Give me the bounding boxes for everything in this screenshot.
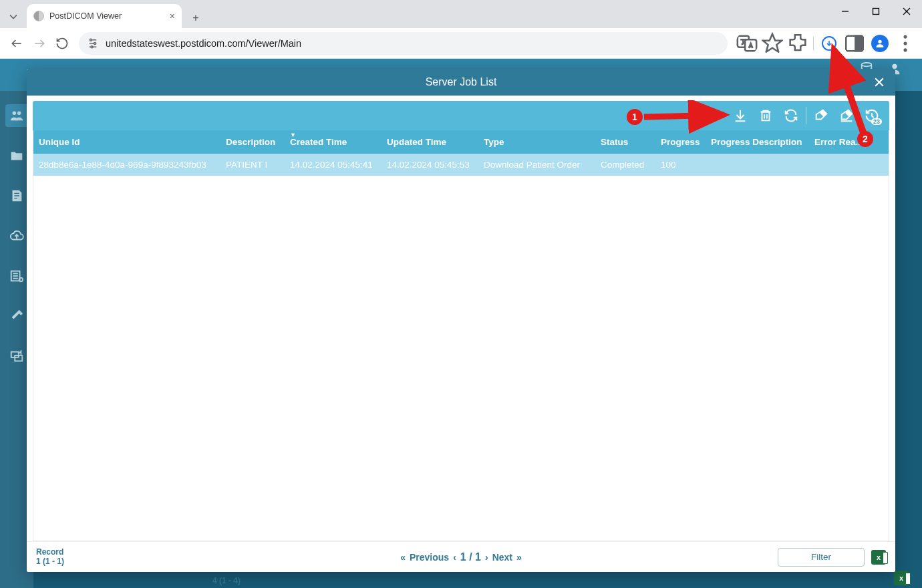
svg-rect-1 (873, 9, 879, 15)
pager-next-chevron[interactable]: › (485, 552, 488, 563)
sidebar-share-icon[interactable] (5, 305, 28, 327)
window-controls (830, 0, 922, 23)
svg-point-24 (13, 112, 16, 116)
tab-strip: PostDICOM Viewer × + (0, 0, 922, 28)
table-row[interactable]: 28db8e6a-1e88-4d0a-969a-9f893243fb03 PAT… (33, 154, 889, 176)
browser-chrome: PostDICOM Viewer × + unitedstateswest.po… (0, 0, 922, 59)
cell-updated: 14.02.2024 05:45:53 (381, 154, 478, 176)
cell-progressdesc (706, 154, 809, 176)
pager-prev-label[interactable]: Previous (410, 552, 449, 563)
history-badge-count: 23 (871, 118, 882, 125)
col-progressdesc[interactable]: Progress Description (706, 130, 809, 154)
record-info: Record 1 (1 - 1) (36, 548, 64, 567)
svg-point-20 (903, 41, 907, 45)
clear-button[interactable] (809, 104, 833, 128)
tab-close-icon[interactable]: × (170, 11, 175, 21)
url-text: unitedstateswest.postdicom.com/Viewer/Ma… (106, 38, 301, 49)
history-button[interactable]: 23 (860, 104, 884, 128)
omnibox[interactable]: unitedstateswest.postdicom.com/Viewer/Ma… (79, 32, 728, 55)
svg-marker-14 (763, 33, 782, 51)
svg-point-11 (91, 45, 93, 47)
col-progress[interactable]: Progress (655, 130, 706, 154)
tab-title: PostDICOM Viewer (49, 11, 122, 21)
window-maximize-button[interactable] (861, 0, 891, 23)
refresh-button[interactable] (779, 104, 803, 128)
behind-export-excel-icon[interactable]: x (894, 571, 909, 585)
downloads-icon[interactable] (818, 32, 840, 55)
delete-button[interactable] (754, 104, 778, 128)
toolbar-separator (813, 37, 814, 50)
address-bar: unitedstateswest.postdicom.com/Viewer/Ma… (0, 28, 922, 59)
svg-point-31 (19, 278, 23, 282)
svg-point-9 (90, 39, 92, 41)
export-excel-icon[interactable]: x (871, 550, 886, 565)
svg-rect-38 (762, 112, 770, 121)
modal-toolbar: 23 (33, 101, 889, 130)
nav-back-button[interactable] (5, 32, 28, 55)
kebab-menu-icon[interactable] (894, 32, 917, 55)
sidebar-joblist-icon[interactable] (5, 265, 28, 287)
col-error[interactable]: Error Rea... (809, 130, 889, 154)
filter-button[interactable]: Filter (778, 548, 865, 567)
nav-forward-button[interactable] (28, 32, 51, 55)
svg-point-23 (892, 64, 897, 69)
svg-point-21 (903, 48, 907, 51)
col-created[interactable]: ▼Created Time (285, 130, 381, 154)
cell-description: PATIENT I (220, 154, 285, 176)
site-settings-icon[interactable] (87, 37, 99, 49)
bookmark-star-icon[interactable] (761, 32, 784, 55)
svg-line-43 (872, 116, 874, 118)
col-uniqueid[interactable]: Unique Id (33, 130, 220, 154)
svg-point-25 (17, 112, 21, 116)
svg-point-18 (878, 39, 881, 43)
modal-footer: Record 1 (1 - 1) « Previous ‹ 1 / 1 › Ne… (27, 541, 895, 572)
cell-uniqueid: 28db8e6a-1e88-4d0a-969a-9f893243fb03 (33, 154, 220, 176)
svg-rect-17 (855, 35, 863, 51)
sidebar-upload-icon[interactable] (5, 225, 28, 247)
favicon (33, 11, 44, 21)
svg-point-22 (862, 63, 872, 67)
pager: « Previous ‹ 1 / 1 › Next » (400, 551, 522, 563)
col-status[interactable]: Status (595, 130, 655, 154)
clear-all-button[interactable] (834, 104, 859, 128)
window-close-button[interactable] (891, 0, 922, 23)
profile-avatar[interactable] (869, 32, 891, 55)
server-job-list-modal: Server Job List 23 (27, 69, 895, 572)
cell-type: Download Patient Order (478, 154, 595, 176)
pager-last[interactable]: » (516, 552, 522, 563)
col-description[interactable]: Description (220, 130, 285, 154)
job-table: Unique Id Description ▼Created Time Upda… (33, 130, 889, 541)
col-updated[interactable]: Updated Time (381, 130, 478, 154)
tab-search-button[interactable] (0, 5, 27, 28)
pager-prev-chevron[interactable]: ‹ (453, 552, 456, 563)
svg-point-10 (94, 42, 96, 44)
cell-error (809, 154, 889, 176)
browser-tab[interactable]: PostDICOM Viewer × (27, 4, 182, 28)
svg-point-19 (903, 35, 907, 38)
pager-next-label[interactable]: Next (492, 552, 512, 563)
download-button[interactable] (728, 104, 752, 128)
extensions-icon[interactable] (786, 32, 809, 55)
window-minimize-button[interactable] (830, 0, 861, 23)
sidebar-folder-icon[interactable] (5, 144, 28, 167)
sidepanel-icon[interactable] (843, 32, 866, 55)
cell-status: Completed (595, 154, 655, 176)
pager-page: 1 / 1 (460, 551, 481, 563)
translate-icon[interactable] (736, 32, 758, 55)
sort-desc-icon: ▼ (290, 132, 296, 138)
sidebar-sync-icon[interactable] (5, 345, 28, 368)
behind-record-count: 4 (1 - 4) (212, 576, 241, 585)
modal-close-button[interactable] (870, 73, 889, 92)
modal-title-bar: Server Job List (27, 69, 895, 96)
cell-created: 14.02.2024 05:45:41 (285, 154, 381, 176)
pager-first[interactable]: « (400, 552, 406, 563)
col-type[interactable]: Type (478, 130, 595, 154)
new-tab-button[interactable]: + (186, 8, 206, 28)
sidebar-notes-icon[interactable] (5, 184, 28, 207)
nav-reload-button[interactable] (51, 32, 73, 55)
modal-title: Server Job List (426, 76, 497, 88)
cell-progress: 100 (655, 154, 706, 176)
table-header-row: Unique Id Description ▼Created Time Upda… (33, 130, 889, 154)
toolbar-separator (806, 107, 806, 124)
sidebar-patients-icon[interactable] (5, 104, 28, 127)
